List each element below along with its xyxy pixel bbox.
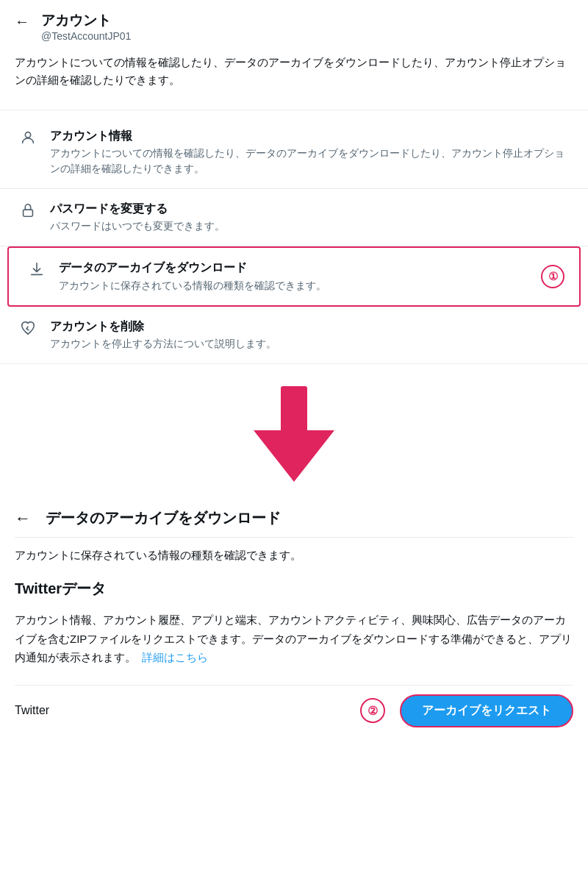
menu-list: アカウント情報 アカウントについての情報を確認したり、データのアーカイブをダウン…: [0, 116, 588, 365]
delete-account-content: アカウントを削除 アカウントを停止する方法について説明します。: [50, 318, 573, 352]
badge-1: ①: [541, 265, 564, 288]
bottom-subtitle: アカウントに保存されている情報の種類を確認できます。: [15, 547, 573, 564]
request-archive-button[interactable]: アーカイブをリクエスト: [400, 694, 573, 727]
broken-heart-icon: [15, 320, 41, 336]
detail-link[interactable]: 詳細はこちら: [142, 651, 208, 663]
twitter-data-desc: アカウント情報、アカウント履歴、アプリと端末、アカウントアクティビティ、興味関心…: [15, 610, 573, 667]
person-icon: [15, 129, 41, 146]
request-right: ② アーカイブをリクエスト: [360, 694, 573, 727]
account-info-content: アカウント情報 アカウントについての情報を確認したり、データのアーカイブをダウン…: [50, 128, 573, 177]
change-password-desc: パスワードはいつでも変更できます。: [50, 218, 573, 234]
change-password-title: パスワードを変更する: [50, 201, 573, 217]
menu-item-download-archive[interactable]: データのアーカイブをダウンロード アカウントに保存されている情報の種類を確認でき…: [7, 246, 581, 306]
menu-item-account-info[interactable]: アカウント情報 アカウントについての情報を確認したり、データのアーカイブをダウン…: [0, 116, 588, 189]
change-password-content: パスワードを変更する パスワードはいつでも変更できます。: [50, 201, 573, 234]
page-title: アカウント: [41, 12, 131, 30]
twitter-data-title: Twitterデータ: [15, 579, 573, 599]
bottom-back-button[interactable]: ←: [15, 509, 31, 528]
page-header: ← アカウント @TestAccountJP01: [15, 12, 573, 42]
twitter-label: Twitter: [15, 704, 49, 717]
request-row: Twitter ② アーカイブをリクエスト: [15, 685, 573, 736]
top-section: ← アカウント @TestAccountJP01 アカウントについての情報を確認…: [0, 0, 588, 110]
download-archive-content: データのアーカイブをダウンロード アカウントに保存されている情報の種類を確認でき…: [59, 260, 564, 293]
lock-icon: [15, 202, 41, 218]
svg-rect-1: [24, 210, 33, 216]
header-text: アカウント @TestAccountJP01: [41, 12, 131, 42]
account-info-desc: アカウントについての情報を確認したり、データのアーカイブをダウンロードしたり、ア…: [50, 146, 573, 177]
svg-line-3: [26, 329, 29, 330]
svg-point-0: [25, 132, 30, 137]
delete-account-title: アカウントを削除: [50, 318, 573, 335]
twitter-data-desc-text: アカウント情報、アカウント履歴、アプリと端末、アカウントアクティビティ、興味関心…: [15, 613, 572, 663]
delete-account-desc: アカウントを停止する方法について説明します。: [50, 336, 573, 352]
bottom-page-title: データのアーカイブをダウンロード: [46, 508, 281, 528]
menu-item-change-password[interactable]: パスワードを変更する パスワードはいつでも変更できます。: [0, 189, 588, 246]
badge-2: ②: [360, 698, 385, 723]
back-button[interactable]: ←: [15, 13, 29, 30]
menu-item-delete-account[interactable]: アカウントを削除 アカウントを停止する方法について説明します。: [0, 307, 588, 364]
download-archive-desc: アカウントに保存されている情報の種類を確認できます。: [59, 278, 564, 293]
download-icon: [24, 261, 50, 277]
username: @TestAccountJP01: [41, 30, 131, 42]
account-info-title: アカウント情報: [50, 128, 573, 144]
bottom-header: ← データのアーカイブをダウンロード: [15, 496, 573, 538]
arrow-indicator: [0, 364, 588, 496]
bottom-section: ← データのアーカイブをダウンロード アカウントに保存されている情報の種類を確認…: [0, 496, 588, 736]
top-description: アカウントについての情報を確認したり、データのアーカイブをダウンロードしたり、ア…: [15, 54, 573, 89]
download-archive-title: データのアーカイブをダウンロード: [59, 260, 564, 276]
